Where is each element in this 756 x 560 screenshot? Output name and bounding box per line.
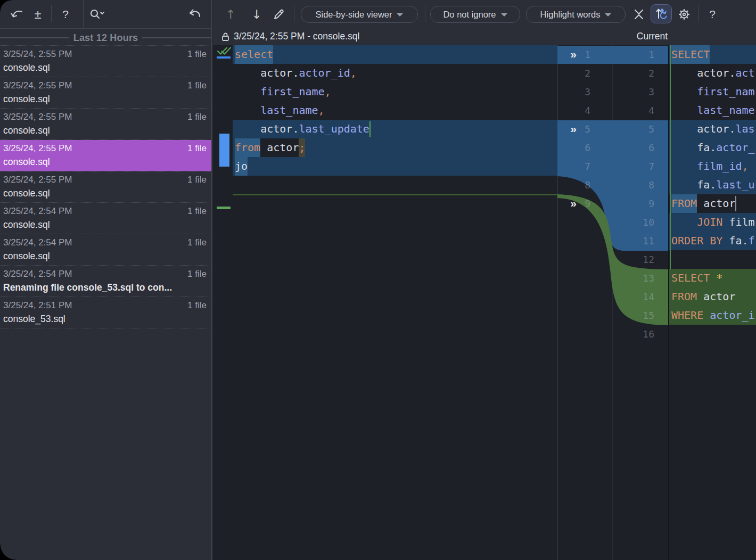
code-token: . [292,120,299,138]
rollback-icon[interactable] [185,0,203,28]
history-list-item-7[interactable]: 3/25/24, 2:54 PM1 fileconsole.sql [0,234,211,266]
left-editor-gutter [213,45,233,560]
file-count: 1 file [187,79,207,92]
previous-change-button[interactable]: ↑ [224,7,237,21]
whitespace-ignore-dropdown[interactable]: Do not ignore [430,6,520,23]
revision-timestamp: 3/25/24, 2:51 PM [3,299,72,312]
whitespace-ignore-label: Do not ignore [443,10,496,20]
help-icon[interactable]: ? [57,0,73,28]
revision-timestamp: 3/25/24, 2:55 PM [3,110,72,123]
code-line-2: actor.actor_id, [233,64,557,83]
code-token: , [318,101,325,120]
search-divider [83,0,84,28]
file-count: 1 file [187,267,207,281]
code-token: . [710,138,716,157]
chevron-down-icon [397,13,403,17]
toolbar-divider [699,5,699,22]
revision-timestamp: 3/25/24, 2:55 PM [3,47,72,61]
history-section-header: Last 12 Hours [0,31,211,45]
section-title: Last 12 Hours [69,32,143,44]
code-token: jo [235,157,248,176]
edit-pencil-icon[interactable] [272,7,286,21]
file-count: 1 file [187,110,207,123]
current-code-pane[interactable]: SELECT actor.act first_nam last_name act… [668,45,756,560]
apply-change-chevron-icon[interactable]: » [566,194,580,213]
code-line-4: last_name [669,101,756,120]
next-change-button[interactable]: ↓ [250,7,264,21]
code-token: actor_id [299,64,350,83]
revision-title: 3/25/24, 2:55 PM - console.sql [234,31,359,42]
code-token: actor_ [716,138,754,157]
code-line-8: fa.last_u [669,176,756,194]
revert-icon[interactable] [7,0,26,28]
code-token: actor [260,138,299,157]
divider [0,37,69,38]
code-token: . [292,64,299,83]
code-token: last_update [299,120,369,138]
revision-timestamp: 3/25/24, 2:54 PM [3,204,72,218]
code-line-5: actor.las [669,120,756,138]
revision-label: console.sql [3,155,207,169]
local-history-sidebar: ± ? Last 12 Hours 3/25/24, 2:55 PM1 file… [0,0,211,560]
help-icon[interactable]: ? [705,7,719,21]
code-token: , [350,64,357,83]
revision-label: Renaming file console_53.sql to con... [3,281,207,294]
code-token: FROM [671,287,697,306]
history-list-item-2[interactable]: 3/25/24, 2:55 PM1 fileconsole.sql [0,77,211,109]
code-token: actor [697,287,735,306]
code-token: fa [722,232,742,250]
history-list: 3/25/24, 2:55 PM1 fileconsole.sql3/25/24… [0,45,211,328]
revision-label: console.sql [3,218,207,232]
settings-gear-icon[interactable] [677,7,691,21]
code-token: first_name [260,83,324,101]
code-token: . [710,176,716,194]
code-token: . [742,232,748,250]
code-line-8 [233,176,557,194]
history-list-item-5[interactable]: 3/25/24, 2:55 PM1 fileconsole.sql [0,171,211,203]
revision-label: console.sql [3,61,207,75]
right-pane-title: Current [615,28,689,45]
highlight-mode-dropdown[interactable]: Highlight words [526,6,626,23]
code-line-3: first_nam [669,83,756,101]
code-token [235,101,260,120]
code-token: last_name [260,101,318,120]
code-token: . [729,64,735,83]
search-icon[interactable] [87,0,106,28]
code-token: las [735,120,754,138]
apply-change-chevron-icon[interactable]: » [566,45,580,64]
inserted-lines-dash [217,207,231,209]
chevron-down-icon [501,13,507,17]
sync-scrolling-toggle[interactable] [651,4,672,23]
diff-plus-minus-icon[interactable]: ± [30,0,46,28]
toolbar-divider [294,5,294,22]
changed-lines-bar[interactable] [219,134,229,167]
divider [142,37,211,38]
collapse-unchanged-icon[interactable] [632,7,646,21]
revision-timestamp: 3/25/24, 2:54 PM [3,236,72,249]
apply-change-chevron-icon[interactable]: » [566,120,580,138]
history-list-item-9[interactable]: 3/25/24, 2:51 PM1 fileconsole_53.sql [0,297,211,328]
text-caret [369,121,371,137]
revision-label: console.sql [3,92,207,106]
highlight-mode-label: Highlight words [540,10,601,20]
code-line-1: select [233,45,557,64]
history-list-item-1[interactable]: 3/25/24, 2:55 PM1 fileconsole.sql [0,46,211,77]
code-token [671,83,697,101]
revision-timestamp: 3/25/24, 2:54 PM [3,267,72,281]
code-token [235,83,260,101]
revision-label: console.sql [3,123,207,137]
left-pane-title: 3/25/24, 2:55 PM - console.sql [221,28,359,45]
code-token [703,306,710,325]
code-token: WHERE [671,306,703,325]
line-number: 13 [557,269,654,287]
history-list-item-4[interactable]: 3/25/24, 2:55 PM1 fileconsole.sql [0,140,211,171]
viewer-mode-dropdown[interactable]: Side-by-side viewer [301,6,418,23]
history-list-item-8[interactable]: 3/25/24, 2:54 PM1 fileRenaming file cons… [0,266,211,297]
code-line-5: actor.last_update [233,120,557,138]
code-token: from [235,138,260,157]
revision-code-pane[interactable]: select actor.actor_id, first_name, last_… [233,45,558,560]
history-list-item-3[interactable]: 3/25/24, 2:55 PM1 fileconsole.sql [0,109,211,140]
history-list-item-6[interactable]: 3/25/24, 2:54 PM1 fileconsole.sql [0,203,211,234]
line-number: 10 [557,213,654,232]
line-number: 2 [557,64,654,83]
